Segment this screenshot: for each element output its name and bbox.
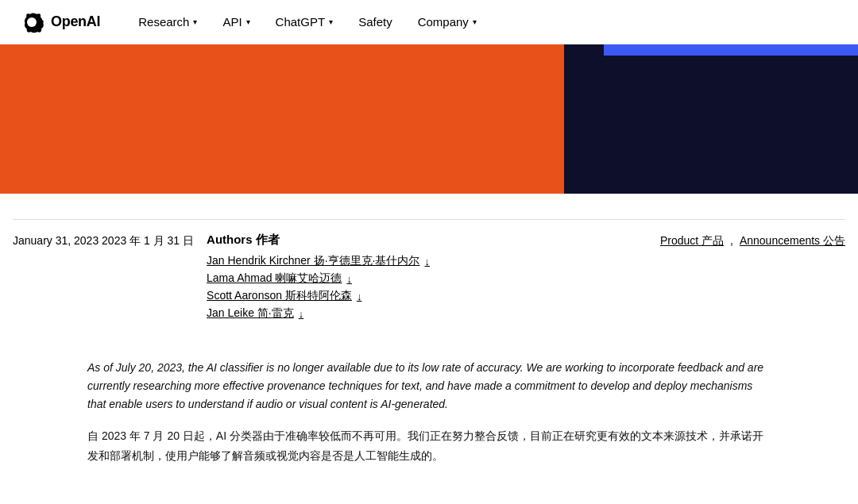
navbar: OpenAI Research ▾ API ▾ ChatGPT ▾ Safety…: [0, 0, 858, 44]
notice-chinese: 自 2023 年 7 月 20 日起，AI 分类器由于准确率较低而不再可用。我们…: [87, 426, 771, 465]
nav-research-label: Research: [138, 15, 189, 29]
meta-row: January 31, 2023 2023 年 1 月 31 日 Authors…: [13, 219, 845, 340]
logo[interactable]: OpenAI: [19, 10, 100, 35]
nav-api-label: API: [222, 15, 242, 29]
nav-safety[interactable]: Safety: [358, 15, 392, 29]
author-4[interactable]: Jan Leike 简·雷克 ↓: [207, 306, 641, 321]
tag-separator: ,: [730, 234, 733, 247]
nav-company-chevron-icon: ▾: [473, 17, 477, 26]
author-2-arrow-icon: ↓: [346, 273, 352, 285]
nav-company-label: Company: [418, 15, 469, 29]
tags-section: Product 产品 , Announcements 公告: [660, 233, 845, 248]
nav-links: Research ▾ API ▾ ChatGPT ▾ Safety Compan…: [138, 15, 839, 29]
nav-chatgpt[interactable]: ChatGPT ▾: [276, 15, 334, 29]
hero-dark-block: [564, 44, 858, 194]
nav-research-chevron-icon: ▾: [193, 17, 197, 26]
nav-api-chevron-icon: ▾: [246, 17, 250, 26]
nav-chatgpt-chevron-icon: ▾: [329, 17, 333, 26]
author-3[interactable]: Scott Aaronson 斯科特阿伦森 ↓: [207, 289, 641, 303]
logo-text: OpenAI: [51, 13, 100, 30]
tag-announcements[interactable]: Announcements 公告: [740, 234, 845, 248]
hero-banner: [0, 44, 858, 194]
nav-api[interactable]: API ▾: [222, 15, 249, 29]
content-area: January 31, 2023 2023 年 1 月 31 日 Authors…: [0, 194, 858, 497]
author-4-arrow-icon: ↓: [299, 308, 304, 320]
authors-section: Authors 作者 Jan Hendrik Kirchner 扬·亨德里克·基…: [207, 233, 660, 324]
hero-blue-bar: [604, 44, 858, 56]
author-1[interactable]: Jan Hendrik Kirchner 扬·亨德里克·基什内尔 ↓: [207, 254, 641, 268]
notice-english: As of July 20, 2023, the AI classifier i…: [87, 359, 771, 414]
author-2[interactable]: Lama Ahmad 喇嘛艾哈迈德 ↓: [207, 271, 641, 286]
nav-safety-label: Safety: [358, 15, 392, 29]
publication-date: January 31, 2023 2023 年 1 月 31 日: [13, 233, 207, 249]
author-1-arrow-icon: ↓: [424, 256, 430, 267]
notice-section: As of July 20, 2023, the AI classifier i…: [13, 359, 845, 465]
nav-research[interactable]: Research ▾: [138, 15, 197, 29]
svg-point-0: [27, 17, 37, 27]
openai-logo-icon: [19, 10, 44, 35]
nav-company[interactable]: Company ▾: [418, 15, 477, 29]
author-3-arrow-icon: ↓: [357, 290, 362, 302]
nav-chatgpt-label: ChatGPT: [276, 15, 326, 29]
tag-product[interactable]: Product 产品: [660, 234, 724, 248]
authors-label: Authors 作者: [207, 233, 641, 248]
